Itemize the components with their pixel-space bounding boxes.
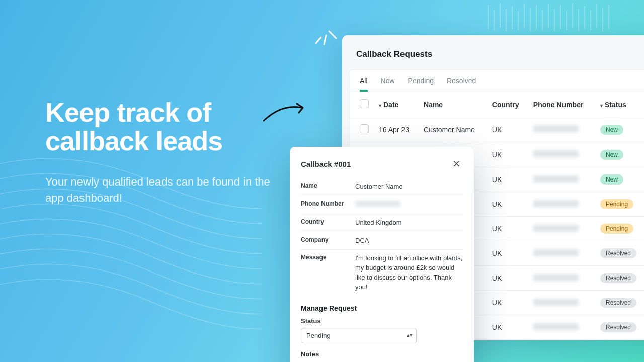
notes-label: Notes: [301, 350, 463, 358]
cell-country: UK: [487, 217, 528, 241]
spark-icon: [312, 20, 337, 45]
svg-line-23: [329, 31, 336, 38]
cell-phone: [528, 241, 595, 266]
cell-country: UK: [487, 241, 528, 266]
tab-pending[interactable]: Pending: [408, 77, 434, 92]
status-select[interactable]: Pending: [301, 328, 417, 343]
detail-value-phone: [355, 200, 400, 210]
row-checkbox[interactable]: [360, 124, 369, 133]
svg-line-21: [316, 37, 321, 43]
hero-title: Keep track of callback leads: [45, 98, 287, 155]
cell-status: New: [595, 167, 644, 192]
cell-phone: [528, 167, 595, 192]
col-country[interactable]: Country: [487, 92, 528, 117]
detail-label-name: Name: [301, 182, 355, 192]
cell-phone: [528, 117, 595, 142]
cell-country: UK: [487, 142, 528, 167]
detail-label-company: Company: [301, 236, 355, 246]
cell-status: Pending: [595, 192, 644, 217]
tab-bar: AllNewPendingResolved: [350, 72, 644, 92]
detail-value-message: I'm looking to fill an office with plant…: [355, 254, 463, 292]
detail-value-country: United Kingdom: [355, 218, 402, 228]
cell-phone: [528, 142, 595, 167]
cell-country: UK: [487, 167, 528, 192]
tab-new[interactable]: New: [381, 77, 395, 92]
svg-line-22: [324, 35, 326, 44]
cell-phone: [528, 217, 595, 241]
detail-label-message: Message: [301, 254, 355, 292]
cell-date: 16 Apr 23: [374, 117, 419, 142]
cell-status: Resolved: [595, 315, 644, 340]
tab-resolved[interactable]: Resolved: [447, 77, 476, 92]
cell-status: Resolved: [595, 266, 644, 291]
select-all-checkbox[interactable]: [360, 99, 369, 108]
cell-country: UK: [487, 117, 528, 142]
status-label: Status: [301, 317, 463, 325]
hero-subtitle: Your newly qualified leads can be found …: [45, 174, 287, 206]
callback-detail-card: Callback #001 ✕ Name Customer Name Phone…: [290, 147, 474, 362]
cell-status: Resolved: [595, 291, 644, 315]
dashboard-title: Callback Requests: [342, 47, 644, 65]
cell-name: Customer Name: [419, 117, 487, 142]
cell-country: UK: [487, 315, 528, 340]
detail-value-company: DCA: [355, 236, 369, 246]
cell-phone: [528, 266, 595, 291]
cell-status: Pending: [595, 217, 644, 241]
tab-all[interactable]: All: [360, 77, 368, 92]
table-row[interactable]: 16 Apr 23Customer NameUKNewI'm look: [350, 117, 644, 142]
cell-status: New: [595, 142, 644, 167]
col-date[interactable]: ▾Date: [374, 92, 419, 117]
cell-status: Resolved: [595, 241, 644, 266]
col-status[interactable]: ▾Status: [595, 92, 644, 117]
sort-caret-icon: ▾: [600, 103, 603, 108]
manage-heading: Manage Request: [301, 304, 463, 312]
close-icon[interactable]: ✕: [450, 157, 463, 171]
cell-phone: [528, 192, 595, 217]
detail-value-name: Customer Name: [355, 182, 403, 192]
col-name[interactable]: Name: [419, 92, 487, 117]
bg-bar-sparks: [483, 0, 624, 35]
cell-country: UK: [487, 266, 528, 291]
detail-label-phone: Phone Number: [301, 200, 355, 210]
cell-country: UK: [487, 291, 528, 315]
cell-phone: [528, 291, 595, 315]
cell-status: New: [595, 117, 644, 142]
detail-title: Callback #001: [301, 160, 351, 168]
col-phone[interactable]: Phone Number: [528, 92, 595, 117]
detail-label-country: Country: [301, 218, 355, 228]
cell-phone: [528, 315, 595, 340]
cell-country: UK: [487, 192, 528, 217]
sort-caret-icon: ▾: [379, 103, 381, 108]
